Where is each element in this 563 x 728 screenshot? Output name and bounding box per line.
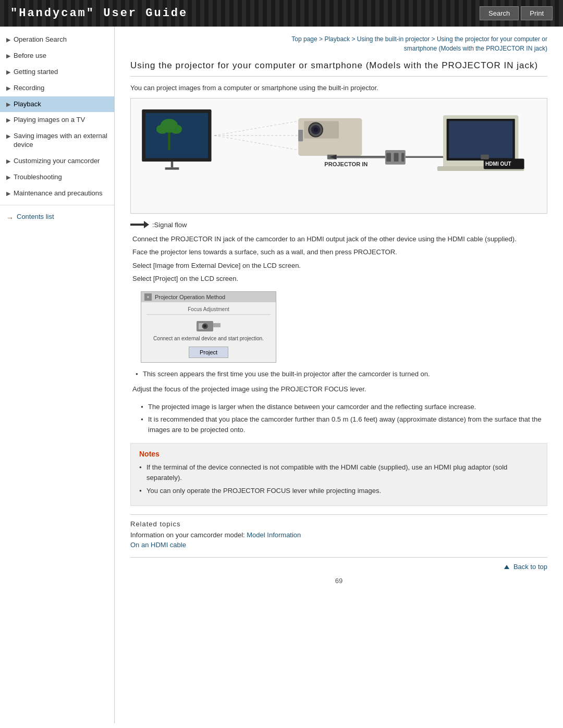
triangle-up-icon (504, 565, 509, 569)
chevron-right-icon: ▶ (6, 84, 10, 92)
intro-text: You can project images from a computer o… (130, 84, 547, 92)
step-5-list: Adjust the focus of the projected image … (130, 384, 547, 394)
chevron-right-icon: ▶ (6, 190, 10, 197)
sidebar-item-getting-started[interactable]: ▶ Getting started (0, 64, 114, 80)
svg-line-10 (214, 135, 298, 150)
breadcrumb-sep-2: > (351, 35, 357, 43)
dialog-body: Focus Adjustment Connect an external dev… (141, 302, 276, 362)
header-buttons: Search Print (480, 6, 553, 20)
sidebar-item-saving-images[interactable]: ▶ Saving images with an external device (0, 128, 114, 153)
svg-point-15 (313, 127, 318, 132)
dialog-project-button[interactable]: Project (189, 347, 228, 358)
note-item-1: If the terminal of the device connected … (139, 462, 538, 483)
breadcrumb: Top page > Playback > Using the built-in… (130, 34, 547, 53)
svg-rect-40 (213, 323, 221, 327)
chevron-right-icon: ▶ (6, 68, 10, 76)
related-model-info: Information on your camcorder model: Mod… (130, 531, 547, 539)
svg-rect-6 (171, 162, 173, 167)
notes-list: If the terminal of the device connected … (139, 462, 538, 496)
sub-bullet-list: The projected image is larger when the d… (130, 402, 547, 435)
svg-text:HDMI OUT: HDMI OUT (485, 161, 511, 167)
content-area: Top page > Playback > Using the built-in… (115, 27, 563, 723)
step-1: Connect the PROJECTOR IN jack of the cam… (130, 234, 547, 244)
sidebar-item-playing-images-tv[interactable]: ▶ Playing images on a TV (0, 112, 114, 128)
notes-title: Notes (139, 450, 538, 458)
sidebar-item-playback[interactable]: ▶ Playback (0, 96, 114, 113)
chevron-right-icon: ▶ (6, 36, 10, 43)
svg-rect-34 (130, 224, 144, 226)
back-to-top: Back to top (130, 557, 547, 571)
related-hdmi-cable: On an HDMI cable (130, 541, 547, 549)
app-title: "Handycam" User Guide (10, 7, 188, 20)
related-topics-title: Related topics (130, 520, 547, 528)
dialog-box: × Projector Operation Method Focus Adjus… (141, 291, 276, 363)
svg-rect-7 (165, 167, 179, 169)
connection-diagram: PROJECTOR IN (136, 104, 542, 208)
svg-rect-25 (401, 153, 405, 162)
page-number: 69 (130, 577, 547, 585)
camera-icon (195, 318, 222, 334)
dialog-title-bar: × Projector Operation Method (141, 292, 276, 302)
hdmi-cable-link[interactable]: On an HDMI cable (130, 541, 186, 549)
svg-rect-29 (449, 121, 512, 158)
dialog-subtitle: Focus Adjustment (146, 306, 271, 315)
svg-rect-33 (481, 155, 489, 159)
svg-rect-16 (298, 130, 303, 141)
sidebar-item-maintenance[interactable]: ▶ Maintenance and precautions (0, 186, 114, 202)
sidebar-item-operation-search[interactable]: ▶ Operation Search (0, 32, 114, 48)
breadcrumb-sep-1: > (319, 35, 324, 43)
svg-line-8 (214, 121, 298, 135)
header: "Handycam" User Guide Search Print (0, 0, 563, 27)
svg-rect-24 (394, 153, 399, 162)
dialog-close-button[interactable]: × (144, 293, 152, 301)
bullet-item-1: This screen appears the first time you u… (136, 369, 547, 379)
sidebar-item-recording[interactable]: ▶ Recording (0, 80, 114, 96)
model-information-link[interactable]: Model Information (247, 531, 301, 539)
print-button[interactable]: Print (521, 6, 553, 20)
steps-list: Connect the PROJECTOR IN jack of the cam… (130, 234, 547, 284)
chevron-right-icon: ▶ (6, 174, 10, 181)
breadcrumb-top-page[interactable]: Top page (291, 35, 317, 43)
contents-list-link[interactable]: Contents list (0, 208, 114, 225)
chevron-right-icon: ▶ (6, 116, 10, 124)
signal-flow-icon (130, 221, 149, 228)
sub-bullet-1: The projected image is larger when the d… (141, 402, 547, 412)
breadcrumb-sep-3: > (432, 35, 437, 43)
svg-point-4 (156, 125, 168, 134)
bullet-list-1: This screen appears the first time you u… (130, 369, 547, 379)
svg-point-5 (170, 125, 182, 134)
contents-list-label: Contents list (17, 213, 54, 220)
chevron-right-icon: ▶ (6, 132, 10, 140)
arrow-right-icon (6, 214, 15, 219)
dialog-body-text: Connect an external device and start pro… (146, 336, 271, 341)
sidebar-item-customizing[interactable]: ▶ Customizing your camcorder (0, 153, 114, 169)
chevron-right-icon: ▶ (6, 157, 10, 165)
page-title: Using the projector for your computer or… (130, 59, 547, 77)
step-5: Adjust the focus of the projected image … (130, 384, 547, 394)
sub-bullet-2: It is recommended that you place the cam… (141, 414, 547, 435)
svg-rect-23 (386, 153, 391, 162)
sidebar: ▶ Operation Search ▶ Before use ▶ Gettin… (0, 27, 115, 723)
breadcrumb-built-in-projector[interactable]: Using the built-in projector (357, 35, 430, 43)
breadcrumb-playback[interactable]: Playback (324, 35, 350, 43)
main-layout: ▶ Operation Search ▶ Before use ▶ Gettin… (0, 27, 563, 723)
dialog-title: Projector Operation Method (155, 294, 225, 300)
step-2: Face the projector lens towards a surfac… (130, 247, 547, 257)
back-to-top-link[interactable]: Back to top (504, 563, 547, 571)
chevron-right-icon: ▶ (6, 52, 10, 59)
step-4: Select [Project] on the LCD screen. (130, 274, 547, 284)
signal-flow: :Signal flow (130, 221, 547, 229)
sidebar-item-troubleshooting[interactable]: ▶ Troubleshooting (0, 169, 114, 186)
signal-flow-label: :Signal flow (152, 221, 187, 229)
note-item-2: You can only operate the PROJECTOR FOCUS… (139, 486, 538, 496)
sidebar-divider (0, 205, 114, 205)
chevron-right-icon: ▶ (6, 101, 10, 108)
svg-rect-1 (145, 113, 208, 158)
sidebar-item-before-use[interactable]: ▶ Before use (0, 48, 114, 64)
svg-point-39 (203, 325, 206, 328)
diagram-area: PROJECTOR IN (130, 98, 547, 214)
notes-box: Notes If the terminal of the device conn… (130, 443, 547, 506)
svg-marker-35 (144, 221, 149, 228)
search-button[interactable]: Search (480, 6, 519, 20)
svg-text:PROJECTOR IN: PROJECTOR IN (324, 161, 368, 167)
